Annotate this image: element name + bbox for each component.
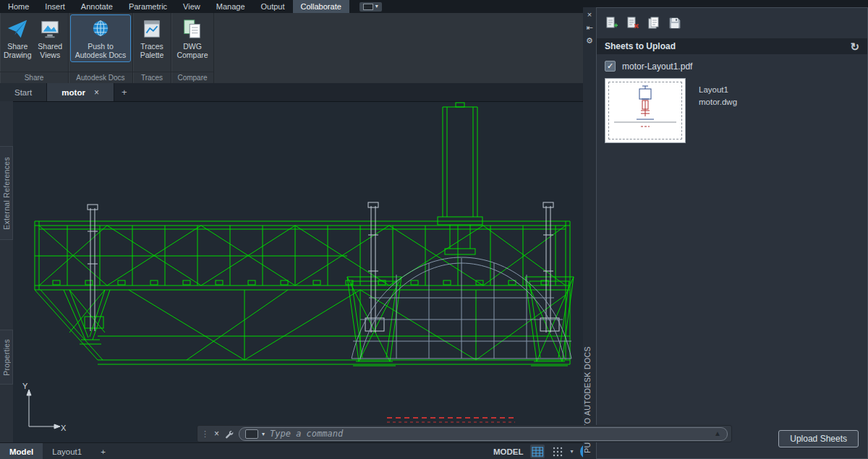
ribbon-panel-autodesk-docs: Push to Autodesk Docs Autodesk Docs <box>69 13 133 83</box>
push-docs-label-1: Push to <box>88 42 114 51</box>
ucs-icon <box>27 390 60 429</box>
traces-palette-button[interactable]: Traces Palette <box>135 15 169 61</box>
traces-palette-label-1: Traces <box>140 42 163 51</box>
traces-palette-icon <box>141 17 163 40</box>
layout1-tab[interactable]: Layout1 <box>43 443 91 459</box>
edit-sheet-list-icon[interactable] <box>647 16 661 30</box>
share-drawing-label-2: Drawing <box>4 51 32 59</box>
ribbon-panel-label-share[interactable]: Share <box>0 72 68 83</box>
shared-views-button[interactable]: Shared Views <box>35 15 66 61</box>
palette-body: Sheets to Upload ↻ ✓ motor-Layout1.pdf <box>596 7 868 459</box>
autocad-window: Home Insert Annotate Parametric View Man… <box>0 0 868 459</box>
traces-palette-label-2: Palette <box>140 51 164 59</box>
share-drawing-label-1: Share <box>7 42 27 51</box>
command-text-input[interactable] <box>268 428 710 439</box>
command-input[interactable]: ▾ ▲ <box>239 427 728 441</box>
properties-label: Properties <box>2 339 11 376</box>
ribbon-state-icon <box>363 4 373 10</box>
sheet-name: motor-Layout1.pdf <box>622 61 692 72</box>
shared-views-label-2: Views <box>40 51 60 59</box>
upload-sheets-button[interactable]: Upload Sheets <box>778 430 859 447</box>
globe-push-icon <box>90 17 111 40</box>
dwg-compare-icon <box>182 17 203 40</box>
add-sheets-icon[interactable] <box>605 16 619 30</box>
palette-autohide-icon[interactable]: ⇤ <box>586 24 592 32</box>
snap-dropdown-icon[interactable]: ▾ <box>571 448 574 455</box>
shared-views-icon <box>39 17 61 40</box>
customize-wrench-icon[interactable] <box>224 429 234 439</box>
properties-palette-tab[interactable]: Properties <box>0 330 13 385</box>
dwg-compare-label-1: DWG <box>183 42 202 51</box>
command-history-up-icon[interactable]: ▲ <box>714 430 721 437</box>
file-tab-start-label: Start <box>14 88 32 97</box>
left-palette-strip: External References Properties <box>0 101 13 442</box>
command-line-grip-icon[interactable]: ⋮ <box>201 430 209 438</box>
sheet-preview-row: Layout1 motor.dwg <box>597 75 867 146</box>
file-tab-motor-label: motor <box>61 88 85 97</box>
chevron-down-icon[interactable]: ▾ <box>262 431 265 437</box>
model-space-indicator[interactable]: MODEL <box>493 447 524 456</box>
ribbon-tab-collaborate[interactable]: Collaborate <box>293 0 349 13</box>
push-to-autodesk-docs-button[interactable]: Push to Autodesk Docs <box>71 15 130 61</box>
sheet-thumbnail[interactable] <box>605 78 686 143</box>
sheet-layout-name: Layout1 <box>699 84 737 96</box>
cad-wireframe-drawing: Y X <box>13 101 583 442</box>
ribbon-tab-annotate[interactable]: Annotate <box>73 0 121 13</box>
sheets-to-upload-header: Sheets to Upload ↻ <box>597 38 867 54</box>
svg-text:X: X <box>61 424 67 432</box>
palette-title-bar[interactable]: × ⇤ ⚙ PUSH TO AUTODESK DOCS <box>583 7 596 459</box>
status-bar-controls: MODEL ▾ <box>493 443 595 459</box>
refresh-icon[interactable]: ↻ <box>850 41 859 52</box>
dwg-compare-button[interactable]: DWG Compare <box>174 15 211 61</box>
external-references-palette-tab[interactable]: External References <box>0 146 13 240</box>
shared-views-label-1: Shared <box>38 42 62 51</box>
new-drawing-tab-button[interactable]: + <box>114 83 135 101</box>
sheet-checkbox[interactable]: ✓ <box>605 61 616 72</box>
chevron-down-icon: ▾ <box>375 4 378 9</box>
ribbon-tab-parametric[interactable]: Parametric <box>121 0 175 13</box>
palette-settings-icon[interactable]: ⚙ <box>586 37 593 45</box>
sheets-to-upload-title: Sheets to Upload <box>605 41 676 51</box>
ribbon-tab-home[interactable]: Home <box>0 0 37 13</box>
share-drawing-button[interactable]: Share Drawing <box>2 15 33 61</box>
sheet-list-item[interactable]: ✓ motor-Layout1.pdf <box>597 54 867 75</box>
model-tab[interactable]: Model <box>0 443 43 459</box>
model-space-canvas[interactable]: Y X <box>13 101 583 442</box>
file-tab-start[interactable]: Start <box>0 83 47 101</box>
remove-sheets-icon[interactable] <box>626 16 640 30</box>
file-tab-bar: Start motor × + <box>0 83 583 102</box>
ribbon-display-toggle-button[interactable]: ▾ <box>359 2 382 12</box>
ribbon-panel-traces: Traces Palette Traces <box>133 13 171 83</box>
sheet-meta: Layout1 motor.dwg <box>699 78 737 143</box>
ribbon-tab-output[interactable]: Output <box>253 0 293 13</box>
push-docs-label-2: Autodesk Docs <box>75 51 127 59</box>
dwg-compare-label-2: Compare <box>176 51 208 59</box>
ribbon-panel-label-traces[interactable]: Traces <box>133 72 171 83</box>
new-layout-button[interactable]: + <box>91 443 115 459</box>
ribbon-tab-view[interactable]: View <box>175 0 208 13</box>
command-prompt-icon <box>245 429 258 439</box>
ribbon-panel-compare: DWG Compare Compare <box>171 13 214 83</box>
push-to-autodesk-docs-palette: × ⇤ ⚙ PUSH TO AUTODESK DOCS <box>583 7 868 459</box>
save-sheet-list-icon[interactable] <box>668 16 682 30</box>
command-line-bar: ⋮ × ▾ ▲ <box>197 425 732 442</box>
share-drawing-icon <box>7 17 28 40</box>
close-tab-icon[interactable]: × <box>94 87 99 98</box>
palette-toolbar <box>597 8 867 38</box>
external-references-label: External References <box>2 157 11 230</box>
ribbon-panel-label-compare[interactable]: Compare <box>171 72 213 83</box>
palette-close-icon[interactable]: × <box>587 11 592 19</box>
svg-text:Y: Y <box>22 382 28 390</box>
ribbon-panel-share: Share Drawing Shared Views Share <box>0 13 69 83</box>
sheet-file-name: motor.dwg <box>699 96 737 108</box>
snap-mode-icon[interactable] <box>551 445 564 458</box>
ribbon-tab-manage[interactable]: Manage <box>208 0 253 13</box>
command-line-close-icon[interactable]: × <box>214 429 219 438</box>
ribbon-tab-insert[interactable]: Insert <box>37 0 73 13</box>
ribbon-panel-label-autodesk-docs[interactable]: Autodesk Docs <box>69 72 132 83</box>
thumbnail-dashed-border <box>608 82 682 140</box>
file-tab-motor[interactable]: motor × <box>47 83 114 101</box>
grid-display-icon[interactable] <box>530 445 545 458</box>
